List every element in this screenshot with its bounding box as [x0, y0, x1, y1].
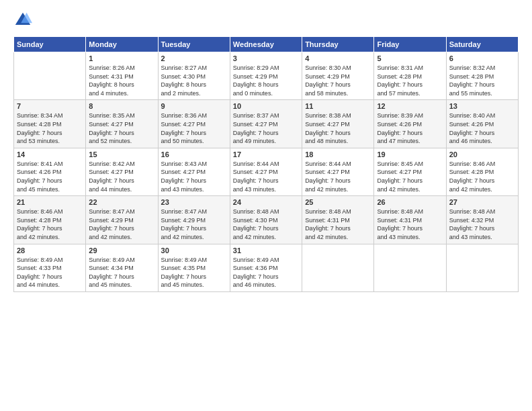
calendar-cell: 26Sunrise: 8:48 AMSunset: 4:31 PMDayligh… — [374, 196, 446, 244]
calendar-cell: 22Sunrise: 8:47 AMSunset: 4:29 PMDayligh… — [86, 196, 158, 244]
day-number: 23 — [161, 198, 227, 206]
calendar-cell: 14Sunrise: 8:41 AMSunset: 4:26 PMDayligh… — [14, 148, 86, 195]
calendar-week-row: 1Sunrise: 8:26 AMSunset: 4:31 PMDaylight… — [14, 52, 519, 100]
day-detail: Sunrise: 8:48 AMSunset: 4:31 PMDaylight:… — [305, 208, 371, 241]
day-number: 3 — [233, 54, 299, 62]
calendar-cell: 23Sunrise: 8:47 AMSunset: 4:29 PMDayligh… — [158, 196, 230, 244]
day-number: 12 — [377, 102, 443, 110]
day-number: 30 — [161, 246, 227, 255]
day-detail: Sunrise: 8:48 AMSunset: 4:31 PMDaylight:… — [377, 208, 443, 241]
day-detail: Sunrise: 8:26 AMSunset: 4:31 PMDaylight:… — [89, 64, 154, 97]
day-detail: Sunrise: 8:29 AMSunset: 4:29 PMDaylight:… — [233, 64, 299, 97]
day-detail: Sunrise: 8:47 AMSunset: 4:29 PMDaylight:… — [161, 208, 227, 241]
day-detail: Sunrise: 8:46 AMSunset: 4:28 PMDaylight:… — [449, 160, 515, 193]
day-detail: Sunrise: 8:30 AMSunset: 4:29 PMDaylight:… — [305, 64, 371, 97]
day-number: 26 — [377, 198, 443, 206]
day-number: 21 — [17, 198, 83, 206]
day-detail: Sunrise: 8:46 AMSunset: 4:28 PMDaylight:… — [17, 208, 83, 241]
calendar-cell: 21Sunrise: 8:46 AMSunset: 4:28 PMDayligh… — [14, 196, 86, 244]
calendar-table: SundayMondayTuesdayWednesdayThursdayFrid… — [13, 36, 519, 292]
calendar-cell: 1Sunrise: 8:26 AMSunset: 4:31 PMDaylight… — [86, 52, 158, 100]
day-detail: Sunrise: 8:49 AMSunset: 4:34 PMDaylight:… — [89, 256, 154, 289]
calendar-cell: 17Sunrise: 8:44 AMSunset: 4:27 PMDayligh… — [230, 148, 302, 195]
calendar-cell: 28Sunrise: 8:49 AMSunset: 4:33 PMDayligh… — [14, 244, 86, 291]
day-detail: Sunrise: 8:27 AMSunset: 4:30 PMDaylight:… — [161, 64, 227, 97]
calendar-cell: 19Sunrise: 8:45 AMSunset: 4:27 PMDayligh… — [374, 148, 446, 195]
calendar-cell: 20Sunrise: 8:46 AMSunset: 4:28 PMDayligh… — [446, 148, 518, 195]
day-detail: Sunrise: 8:44 AMSunset: 4:27 PMDaylight:… — [305, 160, 371, 193]
calendar-week-row: 14Sunrise: 8:41 AMSunset: 4:26 PMDayligh… — [14, 148, 519, 195]
calendar-cell: 4Sunrise: 8:30 AMSunset: 4:29 PMDaylight… — [302, 52, 374, 100]
weekday-header-thursday: Thursday — [302, 37, 374, 52]
day-detail: Sunrise: 8:41 AMSunset: 4:26 PMDaylight:… — [17, 160, 83, 193]
calendar-cell: 12Sunrise: 8:39 AMSunset: 4:26 PMDayligh… — [374, 100, 446, 148]
calendar-cell: 5Sunrise: 8:31 AMSunset: 4:28 PMDaylight… — [374, 52, 446, 100]
day-number: 5 — [377, 54, 443, 62]
day-detail: Sunrise: 8:44 AMSunset: 4:27 PMDaylight:… — [233, 160, 299, 193]
calendar-cell: 10Sunrise: 8:37 AMSunset: 4:27 PMDayligh… — [230, 100, 302, 148]
calendar-cell: 8Sunrise: 8:35 AMSunset: 4:27 PMDaylight… — [86, 100, 158, 148]
calendar-week-row: 21Sunrise: 8:46 AMSunset: 4:28 PMDayligh… — [14, 196, 519, 244]
day-detail: Sunrise: 8:49 AMSunset: 4:35 PMDaylight:… — [161, 256, 227, 289]
weekday-header-row: SundayMondayTuesdayWednesdayThursdayFrid… — [14, 37, 519, 52]
weekday-header-tuesday: Tuesday — [158, 37, 230, 52]
logo — [13, 11, 35, 30]
calendar-cell: 31Sunrise: 8:49 AMSunset: 4:36 PMDayligh… — [230, 244, 302, 291]
day-number: 19 — [377, 150, 443, 158]
day-number: 16 — [161, 150, 227, 158]
day-detail: Sunrise: 8:36 AMSunset: 4:27 PMDaylight:… — [161, 111, 227, 145]
day-detail: Sunrise: 8:37 AMSunset: 4:27 PMDaylight:… — [233, 111, 299, 145]
calendar-cell: 25Sunrise: 8:48 AMSunset: 4:31 PMDayligh… — [302, 196, 374, 244]
day-number: 10 — [233, 102, 299, 110]
day-number: 24 — [233, 198, 299, 206]
day-number: 20 — [449, 150, 515, 158]
day-detail: Sunrise: 8:49 AMSunset: 4:33 PMDaylight:… — [17, 256, 83, 289]
day-detail: Sunrise: 8:39 AMSunset: 4:26 PMDaylight:… — [377, 111, 443, 145]
calendar-cell — [446, 244, 518, 291]
calendar-cell: 9Sunrise: 8:36 AMSunset: 4:27 PMDaylight… — [158, 100, 230, 148]
calendar-cell: 13Sunrise: 8:40 AMSunset: 4:26 PMDayligh… — [446, 100, 518, 148]
day-detail: Sunrise: 8:48 AMSunset: 4:30 PMDaylight:… — [233, 208, 299, 241]
day-number: 2 — [161, 54, 227, 62]
day-detail: Sunrise: 8:43 AMSunset: 4:27 PMDaylight:… — [161, 160, 227, 193]
calendar-cell — [302, 244, 374, 291]
day-number: 4 — [305, 54, 371, 62]
calendar-week-row: 28Sunrise: 8:49 AMSunset: 4:33 PMDayligh… — [14, 244, 519, 291]
day-detail: Sunrise: 8:42 AMSunset: 4:27 PMDaylight:… — [89, 160, 154, 193]
day-number: 14 — [17, 150, 83, 158]
page: SundayMondayTuesdayWednesdayThursdayFrid… — [0, 0, 532, 411]
calendar-cell: 27Sunrise: 8:48 AMSunset: 4:32 PMDayligh… — [446, 196, 518, 244]
weekday-header-monday: Monday — [86, 37, 158, 52]
calendar-cell: 29Sunrise: 8:49 AMSunset: 4:34 PMDayligh… — [86, 244, 158, 291]
day-number: 8 — [89, 102, 154, 110]
calendar-cell — [14, 52, 86, 100]
day-number: 7 — [17, 102, 83, 110]
weekday-header-friday: Friday — [374, 37, 446, 52]
day-number: 25 — [305, 198, 371, 206]
day-detail: Sunrise: 8:31 AMSunset: 4:28 PMDaylight:… — [377, 64, 443, 97]
day-number: 18 — [305, 150, 371, 158]
day-detail: Sunrise: 8:40 AMSunset: 4:26 PMDaylight:… — [449, 111, 515, 145]
day-number: 22 — [89, 198, 154, 206]
day-number: 9 — [161, 102, 227, 110]
day-detail: Sunrise: 8:38 AMSunset: 4:27 PMDaylight:… — [305, 111, 371, 145]
calendar-cell: 18Sunrise: 8:44 AMSunset: 4:27 PMDayligh… — [302, 148, 374, 195]
day-number: 6 — [449, 54, 515, 62]
calendar-cell: 6Sunrise: 8:32 AMSunset: 4:28 PMDaylight… — [446, 52, 518, 100]
day-detail: Sunrise: 8:49 AMSunset: 4:36 PMDaylight:… — [233, 256, 299, 289]
calendar-cell: 24Sunrise: 8:48 AMSunset: 4:30 PMDayligh… — [230, 196, 302, 244]
day-detail: Sunrise: 8:45 AMSunset: 4:27 PMDaylight:… — [377, 160, 443, 193]
weekday-header-wednesday: Wednesday — [230, 37, 302, 52]
day-number: 17 — [233, 150, 299, 158]
day-number: 13 — [449, 102, 515, 110]
calendar-week-row: 7Sunrise: 8:34 AMSunset: 4:28 PMDaylight… — [14, 100, 519, 148]
calendar-cell: 16Sunrise: 8:43 AMSunset: 4:27 PMDayligh… — [158, 148, 230, 195]
day-number: 31 — [233, 246, 299, 255]
calendar-cell: 30Sunrise: 8:49 AMSunset: 4:35 PMDayligh… — [158, 244, 230, 291]
day-number: 27 — [449, 198, 515, 206]
calendar-cell: 2Sunrise: 8:27 AMSunset: 4:30 PMDaylight… — [158, 52, 230, 100]
day-number: 1 — [89, 54, 154, 62]
day-number: 15 — [89, 150, 154, 158]
day-detail: Sunrise: 8:35 AMSunset: 4:27 PMDaylight:… — [89, 111, 154, 145]
day-detail: Sunrise: 8:32 AMSunset: 4:28 PMDaylight:… — [449, 64, 515, 97]
